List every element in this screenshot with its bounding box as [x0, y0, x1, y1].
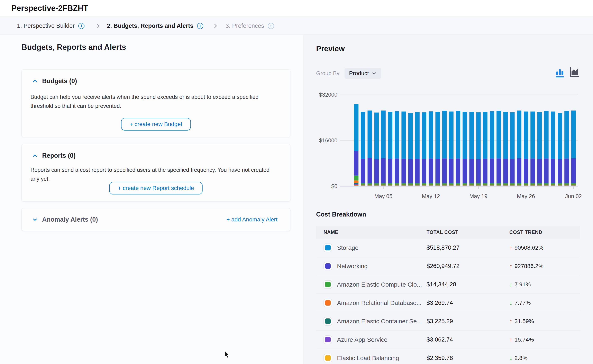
add-anomaly-alert-link[interactable]: + add Anomaly Alert — [226, 216, 278, 223]
anomaly-alerts-card: Anomaly Alerts (0) + add Anomaly Alert — [21, 208, 290, 231]
legend-swatch — [324, 280, 332, 289]
total-cost-cell: $3,269.74 — [426, 299, 509, 306]
info-icon[interactable]: i — [78, 23, 84, 29]
wizard-tab-bar: 1. Perspective Builder i 2. Budgets, Rep… — [0, 17, 593, 35]
service-name: Amazon Elastic Compute Clo... — [337, 281, 422, 288]
trend-value: 2.8% — [514, 355, 527, 361]
area-chart-icon[interactable] — [570, 67, 579, 78]
trend-value: 15.74% — [514, 336, 534, 343]
cost-trend-cell: ↑90508.62% — [509, 244, 580, 251]
trend-up-arrow-icon: ↑ — [509, 263, 513, 270]
preview-panel: Preview Group By Product Cost Breakdown — [303, 35, 593, 364]
budgets-card-title: Budgets (0) — [42, 78, 77, 85]
perspective-builder-page: Perspective-2FBZHT 1. Perspective Builde… — [0, 0, 593, 364]
chevron-right-icon — [213, 17, 218, 35]
service-name: Amazon Elastic Container Se... — [337, 318, 422, 325]
info-icon[interactable]: i — [197, 23, 203, 29]
table-header-row: NAME TOTAL COST COST TREND — [316, 226, 580, 239]
cost-trend-cell: ↑927886.2% — [509, 263, 580, 270]
group-by-dropdown[interactable]: Product — [345, 68, 381, 79]
column-header-total: TOTAL COST — [426, 229, 509, 235]
legend-swatch — [324, 317, 332, 325]
bar-chart-icon[interactable] — [556, 67, 565, 78]
chart-type-toggle — [556, 67, 579, 78]
cost-breakdown-title: Cost Breakdown — [316, 211, 366, 218]
trend-down-arrow-icon: ↓ — [509, 355, 513, 362]
cost-trend-cell: ↓7.91% — [509, 281, 580, 288]
reports-description: Reports can send a cost report to specif… — [30, 165, 279, 183]
budgets-card: Budgets (0) Budget can help you receive … — [21, 69, 290, 137]
tab-perspective-builder[interactable]: 1. Perspective Builder i — [17, 17, 84, 35]
cost-trend-cell: ↑31.59% — [509, 318, 580, 325]
app-header: Perspective-2FBZHT — [0, 0, 593, 17]
total-cost-cell: $3,225.29 — [426, 318, 509, 325]
cost-breakdown-table: NAME TOTAL COST COST TREND Storage$518,8… — [316, 226, 580, 364]
reports-card-header[interactable]: Reports (0) — [32, 152, 76, 159]
reports-card-title: Reports (0) — [42, 152, 76, 159]
table-row[interactable]: Amazon Relational Database...$3,269.74↓7… — [316, 294, 580, 312]
row-name-cell: Azure App Service — [316, 335, 426, 344]
create-new-report-schedule-button[interactable]: + create new Report schedule — [109, 182, 203, 195]
column-header-trend: COST TREND — [509, 229, 580, 235]
tab-label: 1. Perspective Builder — [17, 22, 75, 29]
anomaly-alerts-card-title: Anomaly Alerts (0) — [42, 216, 98, 223]
chevron-up-icon — [32, 153, 38, 158]
cost-trend-cell: ↑15.74% — [509, 336, 580, 343]
total-cost-cell: $518,870.27 — [426, 244, 509, 251]
service-name: Elastic Load Balancing — [337, 355, 399, 362]
tab-preferences[interactable]: 3. Preferences i — [226, 17, 274, 35]
row-name-cell: Elastic Load Balancing — [316, 354, 426, 362]
tab-budgets-reports-alerts[interactable]: 2. Budgets, Reports and Alerts i — [107, 17, 203, 35]
trend-value: 90508.62% — [514, 245, 544, 251]
row-name-cell: Networking — [316, 262, 426, 270]
mouse-cursor — [224, 351, 230, 359]
row-name-cell: Amazon Elastic Container Se... — [316, 317, 426, 325]
row-name-cell: Storage — [316, 243, 426, 252]
trend-value: 31.59% — [514, 318, 534, 325]
legend-swatch — [324, 335, 332, 344]
table-row[interactable]: Amazon Elastic Compute Clo...$14,344.28↓… — [316, 275, 580, 294]
trend-value: 7.91% — [514, 281, 531, 288]
cost-trend-cell: ↓2.8% — [509, 355, 580, 362]
service-name: Azure App Service — [337, 336, 387, 343]
chevron-down-icon — [32, 217, 38, 222]
table-row[interactable]: Amazon Elastic Container Se...$3,225.29↑… — [316, 312, 580, 331]
service-name: Networking — [337, 263, 368, 270]
chevron-up-icon — [32, 78, 38, 84]
group-by-row: Group By Product — [316, 68, 381, 79]
preview-title: Preview — [316, 45, 345, 53]
trend-up-arrow-icon: ↑ — [509, 318, 513, 325]
total-cost-cell: $260,949.72 — [426, 263, 509, 269]
trend-up-arrow-icon: ↑ — [509, 244, 513, 251]
legend-swatch — [324, 262, 332, 270]
total-cost-cell: $14,344.28 — [426, 281, 509, 288]
anomaly-alerts-card-header[interactable]: Anomaly Alerts (0) — [32, 216, 98, 223]
legend-swatch — [324, 354, 332, 362]
trend-down-arrow-icon: ↓ — [509, 299, 513, 306]
total-cost-cell: $2,359.78 — [426, 355, 509, 361]
section-heading: Budgets, Reports and Alerts — [21, 43, 126, 52]
group-by-label: Group By — [316, 70, 340, 77]
trend-up-arrow-icon: ↑ — [509, 336, 513, 343]
reports-card: Reports (0) Reports can send a cost repo… — [21, 144, 290, 202]
row-name-cell: Amazon Elastic Compute Clo... — [316, 280, 426, 289]
budgets-reports-alerts-panel: Budgets, Reports and Alerts Budgets (0) … — [0, 35, 303, 364]
create-new-budget-button[interactable]: + create new Budget — [121, 118, 191, 130]
table-row[interactable]: Azure App Service$3,062.74↑15.74% — [316, 331, 580, 349]
service-name: Storage — [337, 244, 359, 251]
table-row[interactable]: Storage$518,870.27↑90508.62% — [316, 239, 580, 257]
chevron-right-icon — [95, 17, 100, 35]
service-name: Amazon Relational Database... — [337, 299, 422, 306]
cost-trend-cell: ↓7.77% — [509, 299, 580, 306]
legend-swatch — [324, 243, 332, 252]
legend-swatch — [324, 299, 332, 307]
budgets-card-header[interactable]: Budgets (0) — [32, 78, 77, 85]
info-icon[interactable]: i — [268, 23, 274, 29]
table-body: Storage$518,870.27↑90508.62%Networking$2… — [316, 239, 580, 364]
table-row[interactable]: Elastic Load Balancing$2,359.78↓2.8% — [316, 349, 580, 364]
trend-value: 927886.2% — [514, 263, 544, 269]
tab-label: 3. Preferences — [226, 22, 264, 29]
table-row[interactable]: Networking$260,949.72↑927886.2% — [316, 257, 580, 275]
budgets-description: Budget can help you receive alerts when … — [30, 92, 279, 110]
column-header-name: NAME — [316, 229, 426, 235]
